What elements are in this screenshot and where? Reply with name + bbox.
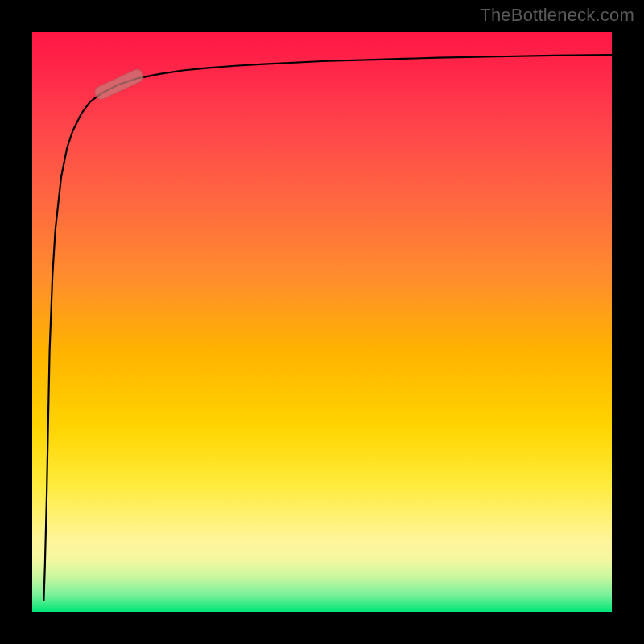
plot-area	[32, 32, 612, 612]
watermark-text: TheBottleneck.com	[480, 5, 634, 26]
data-curve	[43, 55, 612, 601]
highlight-marker	[93, 68, 146, 101]
curve-layer	[32, 32, 612, 612]
chart-frame: TheBottleneck.com	[0, 0, 644, 644]
